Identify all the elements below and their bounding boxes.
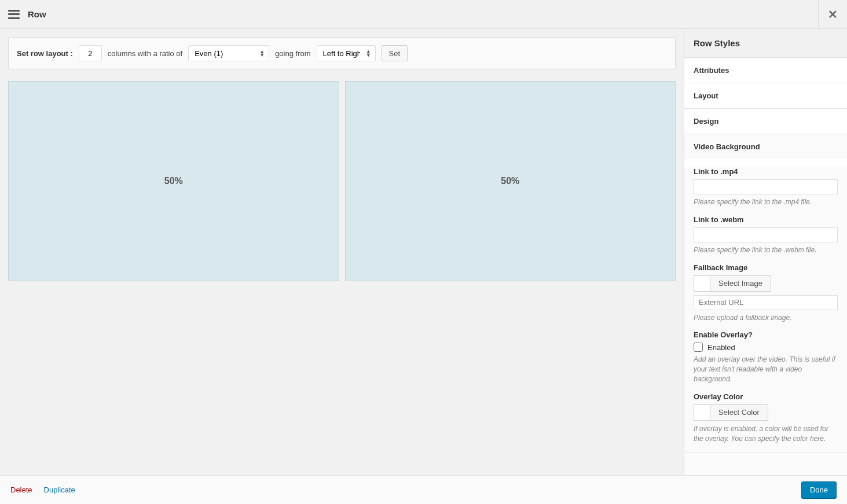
section-layout: Layout <box>684 83 847 109</box>
main-wrapper: Set row layout : columns with a ratio of… <box>0 29 847 475</box>
section-video-background: Video Background Link to .mp4 Please spe… <box>684 134 847 453</box>
ratio-label: columns with a ratio of <box>108 49 182 58</box>
select-color-button[interactable]: Select Color <box>710 404 768 421</box>
main-content: Set row layout : columns with a ratio of… <box>0 29 684 475</box>
header-bar: Row ✕ <box>0 0 847 29</box>
section-header-attributes[interactable]: Attributes <box>684 58 847 83</box>
section-header-design[interactable]: Design <box>684 109 847 134</box>
set-button[interactable]: Set <box>382 45 408 61</box>
overlay-color-help: If overlay is enabled, a color will be u… <box>694 424 838 444</box>
column-box[interactable]: 50% <box>8 81 339 281</box>
field-enable-overlay: Enable Overlay? Enabled Add an overlay o… <box>694 330 838 384</box>
fallback-image-preview <box>694 275 710 292</box>
section-header-video-background[interactable]: Video Background <box>684 134 847 159</box>
field-fallback-image: Fallback Image Select Image Please uploa… <box>694 263 838 323</box>
overlay-label: Enable Overlay? <box>694 330 838 339</box>
overlay-help: Add an overlay over the video. This is u… <box>694 355 838 384</box>
row-layout-label: Set row layout : <box>17 49 73 58</box>
field-webm: Link to .webm Please specify the link to… <box>694 215 838 255</box>
section-content-video-background: Link to .mp4 Please specify the link to … <box>684 167 847 453</box>
section-design: Design <box>684 109 847 134</box>
column-width-label: 50% <box>164 176 183 186</box>
field-overlay-color: Overlay Color Select Color If overlay is… <box>694 392 838 444</box>
column-box[interactable]: 50% <box>345 81 676 281</box>
mp4-input[interactable] <box>694 179 838 194</box>
sidebar: Row Styles Attributes Layout Design Vide… <box>684 29 847 475</box>
ratio-select[interactable]: Even (1) <box>188 45 269 61</box>
select-image-button[interactable]: Select Image <box>710 275 771 292</box>
row-layout-bar: Set row layout : columns with a ratio of… <box>8 37 676 69</box>
external-url-input[interactable] <box>694 295 838 310</box>
overlay-color-label: Overlay Color <box>694 392 838 401</box>
direction-label: going from <box>275 49 310 58</box>
section-header-layout[interactable]: Layout <box>684 83 847 108</box>
webm-help: Please specify the link to the .webm fil… <box>694 245 838 255</box>
fallback-help: Please upload a fallback image. <box>694 313 838 323</box>
webm-label: Link to .webm <box>694 215 838 224</box>
overlay-checkbox-label: Enabled <box>707 343 735 352</box>
section-attributes: Attributes <box>684 58 847 83</box>
hamburger-icon[interactable] <box>8 10 20 19</box>
overlay-enabled-checkbox[interactable] <box>694 343 703 352</box>
close-icon: ✕ <box>828 8 838 21</box>
page-title: Row <box>28 9 46 19</box>
sidebar-title: Row Styles <box>684 29 847 58</box>
direction-select[interactable]: Left to Right <box>317 45 376 61</box>
duplicate-link[interactable]: Duplicate <box>44 485 75 494</box>
done-button[interactable]: Done <box>801 481 837 498</box>
column-width-label: 50% <box>501 176 519 186</box>
overlay-color-preview <box>694 404 710 421</box>
fallback-label: Fallback Image <box>694 263 838 272</box>
field-mp4: Link to .mp4 Please specify the link to … <box>694 167 838 207</box>
delete-link[interactable]: Delete <box>10 485 32 494</box>
columns-count-input[interactable] <box>79 45 102 61</box>
columns-preview: 50% 50% <box>8 81 676 281</box>
footer-bar: Delete Duplicate Done <box>0 475 847 504</box>
webm-input[interactable] <box>694 227 838 242</box>
close-button[interactable]: ✕ <box>818 0 847 29</box>
mp4-label: Link to .mp4 <box>694 167 838 176</box>
mp4-help: Please specify the link to the .mp4 file… <box>694 197 838 207</box>
